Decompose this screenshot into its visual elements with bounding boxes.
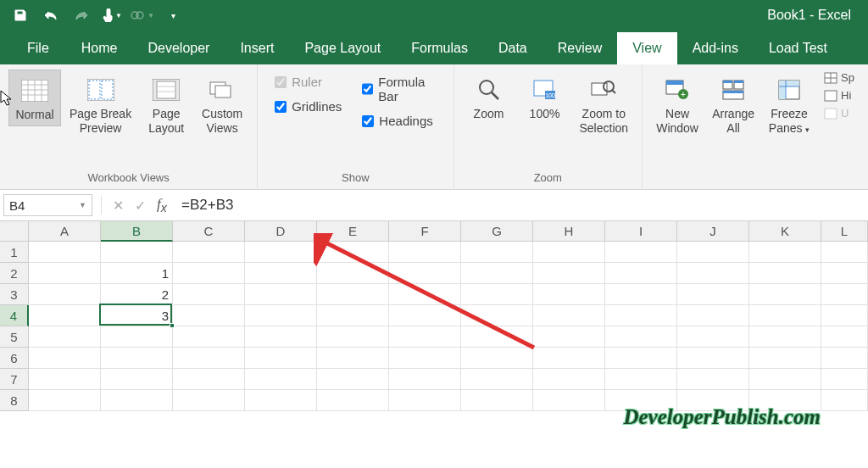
cell[interactable] <box>821 242 868 263</box>
cell[interactable] <box>389 348 461 369</box>
cell[interactable] <box>173 263 245 284</box>
cell[interactable] <box>317 390 389 411</box>
cell[interactable] <box>389 284 461 305</box>
unhide-button[interactable]: U <box>824 107 854 120</box>
cell[interactable] <box>245 242 317 263</box>
addin-icon[interactable]: ▼ <box>129 3 156 27</box>
cell[interactable] <box>461 390 533 411</box>
select-all-corner[interactable] <box>0 221 29 242</box>
tab-formulas[interactable]: Formulas <box>396 32 483 64</box>
row-header[interactable]: 2 <box>0 263 29 284</box>
cell[interactable] <box>245 390 317 411</box>
col-header[interactable]: G <box>461 221 533 242</box>
col-header[interactable]: F <box>389 221 461 242</box>
cell[interactable] <box>461 326 533 348</box>
cell[interactable] <box>389 305 461 326</box>
cell[interactable] <box>677 348 749 369</box>
cell[interactable] <box>245 305 317 326</box>
cell[interactable] <box>605 369 677 390</box>
cell[interactable] <box>749 263 821 284</box>
cell[interactable] <box>461 369 533 390</box>
cell[interactable] <box>317 263 389 284</box>
cell[interactable] <box>821 305 868 326</box>
cell[interactable] <box>749 284 821 305</box>
formula-input[interactable]: =B2+B3 <box>173 197 868 214</box>
cell[interactable] <box>389 390 461 411</box>
row-header[interactable]: 4 <box>0 305 29 326</box>
cell[interactable] <box>173 369 245 390</box>
cell-B4[interactable]: 3 <box>101 305 173 326</box>
cell[interactable] <box>533 284 605 305</box>
cell[interactable] <box>317 369 389 390</box>
cell[interactable] <box>317 326 389 348</box>
cell[interactable] <box>173 242 245 263</box>
cell[interactable] <box>677 263 749 284</box>
undo-icon[interactable] <box>37 3 64 27</box>
cell[interactable] <box>461 284 533 305</box>
cell[interactable] <box>461 263 533 284</box>
formula-bar-checkbox[interactable]: Formula Bar <box>362 75 436 103</box>
cell[interactable] <box>749 348 821 369</box>
col-header[interactable]: J <box>677 221 749 242</box>
cell[interactable] <box>389 369 461 390</box>
row-header[interactable]: 6 <box>0 348 29 369</box>
cell[interactable] <box>605 263 677 284</box>
cell-B2[interactable]: 1 <box>101 263 173 284</box>
row-header[interactable]: 7 <box>0 369 29 390</box>
cell[interactable] <box>677 369 749 390</box>
tab-home[interactable]: Home <box>66 32 133 64</box>
cell[interactable] <box>245 263 317 284</box>
cell[interactable] <box>29 284 101 305</box>
cell[interactable] <box>533 263 605 284</box>
cell[interactable] <box>605 284 677 305</box>
tab-review[interactable]: Review <box>542 32 617 64</box>
cell[interactable] <box>29 305 101 326</box>
cell[interactable] <box>245 284 317 305</box>
split-button[interactable]: Sp <box>824 71 854 84</box>
tab-file[interactable]: File <box>10 32 66 64</box>
cell[interactable] <box>533 390 605 411</box>
cell[interactable] <box>101 242 173 263</box>
col-header[interactable]: I <box>605 221 677 242</box>
fx-icon[interactable]: fx <box>151 194 173 216</box>
cell[interactable] <box>389 242 461 263</box>
cell[interactable] <box>821 348 868 369</box>
tab-addins[interactable]: Add-ins <box>677 32 754 64</box>
cell[interactable] <box>245 348 317 369</box>
tab-load-test[interactable]: Load Test <box>754 32 843 64</box>
cell[interactable] <box>29 390 101 411</box>
cell[interactable] <box>749 326 821 348</box>
cell[interactable] <box>749 305 821 326</box>
cell[interactable] <box>245 369 317 390</box>
enter-formula-button[interactable]: ✓ <box>129 194 151 216</box>
cell-B3[interactable]: 2 <box>101 284 173 305</box>
cell[interactable] <box>533 305 605 326</box>
cell[interactable] <box>533 369 605 390</box>
tab-page-layout[interactable]: Page Layout <box>289 32 396 64</box>
qat-customize-icon[interactable]: ▾ <box>159 3 186 27</box>
headings-checkbox[interactable]: Headings <box>362 114 436 128</box>
cell[interactable] <box>533 326 605 348</box>
cell[interactable] <box>461 348 533 369</box>
cell[interactable] <box>749 242 821 263</box>
page-layout-button[interactable]: Page Layout <box>140 70 192 139</box>
hide-button[interactable]: Hi <box>824 89 854 102</box>
freeze-panes-button[interactable]: Freeze Panes ▾ <box>763 70 815 139</box>
tab-view[interactable]: View <box>617 32 676 64</box>
normal-view-button[interactable]: Normal <box>8 70 61 126</box>
name-box[interactable]: B4 ▼ <box>3 194 92 216</box>
row-header[interactable]: 3 <box>0 284 29 305</box>
row-header[interactable]: 1 <box>0 242 29 263</box>
cell[interactable] <box>677 305 749 326</box>
col-header[interactable]: A <box>29 221 101 242</box>
cell[interactable] <box>677 242 749 263</box>
cell[interactable] <box>29 348 101 369</box>
cell[interactable] <box>317 348 389 369</box>
cell[interactable] <box>677 284 749 305</box>
col-header[interactable]: K <box>749 221 821 242</box>
tab-data[interactable]: Data <box>483 32 542 64</box>
col-header[interactable]: E <box>317 221 389 242</box>
col-header[interactable]: H <box>533 221 605 242</box>
cell[interactable] <box>821 284 868 305</box>
cell[interactable] <box>533 242 605 263</box>
